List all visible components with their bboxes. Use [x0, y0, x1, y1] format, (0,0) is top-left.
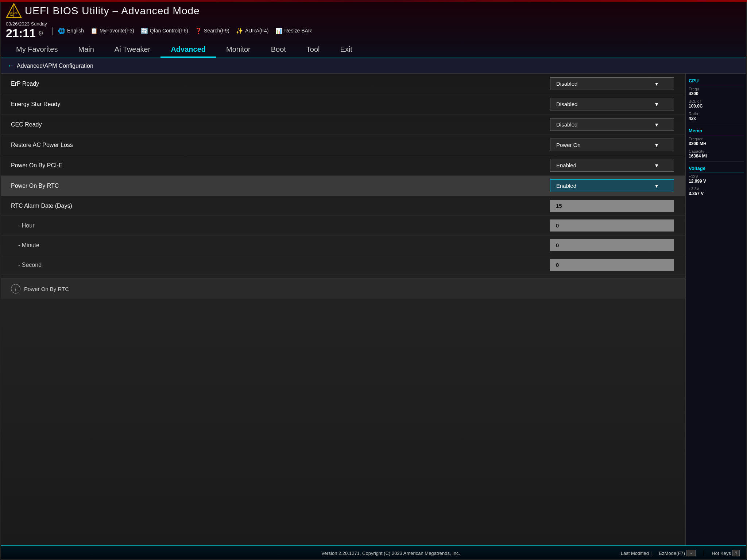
chevron-down-icon: ▼	[654, 163, 659, 168]
resize-bar-icon: 📊	[275, 27, 283, 34]
cec-ready-label: CEC Ready	[11, 121, 550, 128]
setting-row-second: - Second 0	[0, 255, 685, 275]
toolbar-english[interactable]: 🌐 English	[58, 27, 84, 34]
tab-ai-tweaker[interactable]: Ai Tweaker	[104, 42, 161, 58]
power-rtc-dropdown-value: Enabled	[556, 183, 576, 189]
minute-input[interactable]: 0	[550, 239, 674, 251]
power-pcie-value[interactable]: Enabled ▼	[550, 159, 674, 172]
footer-right: Last Modified | EzMode(F7) → | Hot Keys …	[621, 550, 740, 556]
energy-star-dropdown[interactable]: Disabled ▼	[550, 98, 674, 110]
hour-label: - Hour	[11, 222, 550, 229]
setting-row-restore-ac: Restore AC Power Loss Power On ▼	[0, 135, 685, 155]
ez-mode-arrow-icon: →	[686, 550, 696, 556]
info-icon: i	[11, 284, 20, 293]
ratio-label: Ratio	[689, 112, 744, 116]
power-rtc-label: Power On By RTC	[11, 183, 550, 189]
v33-label: +3.3V	[689, 187, 744, 191]
v33-row: +3.3V 3.357 V	[689, 187, 744, 196]
toolbar-qfan[interactable]: 🔄 Qfan Control(F6)	[141, 27, 188, 34]
erp-ready-dropdown-value: Disabled	[556, 81, 577, 87]
hour-input[interactable]: 0	[550, 219, 674, 232]
date-text: 03/26/2023 Sunday	[6, 21, 47, 27]
tab-boot[interactable]: Boot	[261, 42, 296, 58]
setting-row-hour: - Hour 0	[0, 216, 685, 236]
toolbar-myfavorite[interactable]: 📋 MyFavorite(F3)	[90, 27, 134, 34]
restore-ac-dropdown[interactable]: Power On ▼	[550, 139, 674, 151]
capacity-value: 16384 Mi	[689, 153, 744, 159]
sidebar-divider-2	[689, 162, 744, 162]
last-modified-btn[interactable]: Last Modified |	[621, 551, 652, 556]
rtc-alarm-date-label: RTC Alarm Date (Days)	[11, 203, 550, 209]
v12-value: 12.099 V	[689, 179, 744, 184]
erp-ready-value[interactable]: Disabled ▼	[550, 77, 674, 90]
power-pcie-dropdown-value: Enabled	[556, 162, 576, 168]
rtc-alarm-date-value[interactable]: 15	[550, 200, 674, 212]
setting-row-minute: - Minute 0	[0, 236, 685, 255]
right-sidebar: CPU Frequ 4200 BCLK f 100.0C Ratio 42x M…	[685, 74, 747, 545]
voltage-section-header: Voltage	[689, 164, 744, 173]
restore-ac-dropdown-value: Power On	[556, 142, 581, 148]
power-rtc-value[interactable]: Enabled ▼	[550, 179, 674, 192]
memory-section-header: Memo	[689, 127, 744, 135]
capacity-row: Capacity 16384 Mi	[689, 149, 744, 159]
logo-area: THE ULTIMATE FORCE UEFI BIOS Utility – A…	[6, 3, 200, 19]
power-pcie-dropdown[interactable]: Enabled ▼	[550, 159, 674, 172]
rtc-alarm-date-input[interactable]: 15	[550, 200, 674, 212]
hour-value[interactable]: 0	[550, 219, 674, 232]
svg-text:ULTIMATE: ULTIMATE	[9, 12, 18, 14]
bios-title: UEFI BIOS Utility – Advanced Mode	[25, 5, 200, 17]
toolbar-items: 🌐 English 📋 MyFavorite(F3) 🔄 Qfan Contro…	[58, 27, 312, 34]
hot-keys-btn[interactable]: Hot Keys ?	[712, 550, 740, 556]
toolbar-search[interactable]: ❓ Search(F9)	[195, 27, 229, 34]
tab-my-favorites[interactable]: My Favorites	[6, 42, 68, 58]
nav-tabs: My Favorites Main Ai Tweaker Advanced Mo…	[6, 42, 741, 58]
toolbar-resize-bar-label: Resize BAR	[285, 28, 312, 34]
content-area: ErP Ready Disabled ▼ Energy Star Ready D…	[0, 74, 747, 545]
cpu-section-header: CPU	[689, 77, 744, 85]
bclk-value: 100.0C	[689, 104, 744, 109]
divider-icon: |	[650, 551, 651, 556]
toolbar-aura[interactable]: ✨ AURA(F4)	[236, 27, 269, 34]
tab-tool[interactable]: Tool	[296, 42, 330, 58]
chevron-down-icon: ▼	[654, 122, 659, 128]
minute-value[interactable]: 0	[550, 239, 674, 251]
toolbar-qfan-label: Qfan Control(F6)	[150, 28, 188, 34]
bios-header: THE ULTIMATE FORCE UEFI BIOS Utility – A…	[0, 0, 747, 58]
second-value[interactable]: 0	[550, 259, 674, 271]
v33-value: 3.357 V	[689, 191, 744, 196]
mem-freq-row: Frequer 3200 MH	[689, 137, 744, 146]
toolbar-myfavorite-label: MyFavorite(F3)	[100, 28, 134, 34]
settings-panel: ErP Ready Disabled ▼ Energy Star Ready D…	[0, 74, 685, 545]
minute-label: - Minute	[11, 242, 550, 249]
chevron-down-icon: ▼	[654, 81, 659, 87]
restore-ac-value[interactable]: Power On ▼	[550, 139, 674, 151]
chevron-down-icon: ▼	[654, 142, 659, 148]
cec-ready-dropdown-value: Disabled	[556, 121, 577, 128]
sidebar-divider-1	[689, 124, 744, 124]
svg-text:FORCE: FORCE	[10, 16, 16, 19]
settings-gear-icon[interactable]: ⚙	[38, 30, 44, 38]
tab-advanced[interactable]: Advanced	[160, 42, 216, 58]
erp-ready-dropdown[interactable]: Disabled ▼	[550, 77, 674, 90]
second-input[interactable]: 0	[550, 259, 674, 271]
tab-exit[interactable]: Exit	[330, 42, 363, 58]
tab-monitor[interactable]: Monitor	[216, 42, 261, 58]
cpu-freq-value: 4200	[689, 91, 744, 96]
cec-ready-dropdown[interactable]: Disabled ▼	[550, 118, 674, 131]
tab-main[interactable]: Main	[68, 42, 104, 58]
energy-star-value[interactable]: Disabled ▼	[550, 98, 674, 110]
setting-row-power-rtc: Power On By RTC Enabled ▼	[0, 176, 685, 196]
info-bar: i Power On By RTC	[0, 279, 685, 299]
breadcrumb-back-icon[interactable]: ←	[7, 62, 14, 70]
toolbar-divider: |	[51, 26, 54, 36]
cec-ready-value[interactable]: Disabled ▼	[550, 118, 674, 131]
myfavorite-icon: 📋	[90, 27, 98, 34]
ez-mode-btn[interactable]: EzMode(F7) →	[659, 550, 696, 556]
power-rtc-dropdown[interactable]: Enabled ▼	[550, 179, 674, 192]
bclk-label: BCLK f	[689, 99, 744, 104]
ez-mode-label: EzMode(F7)	[659, 551, 685, 556]
hot-keys-label: Hot Keys	[712, 551, 731, 556]
toolbar-resize-bar[interactable]: 📊 Resize BAR	[275, 27, 312, 34]
ratio-value: 42x	[689, 116, 744, 121]
time-display: 21:11	[6, 27, 36, 40]
